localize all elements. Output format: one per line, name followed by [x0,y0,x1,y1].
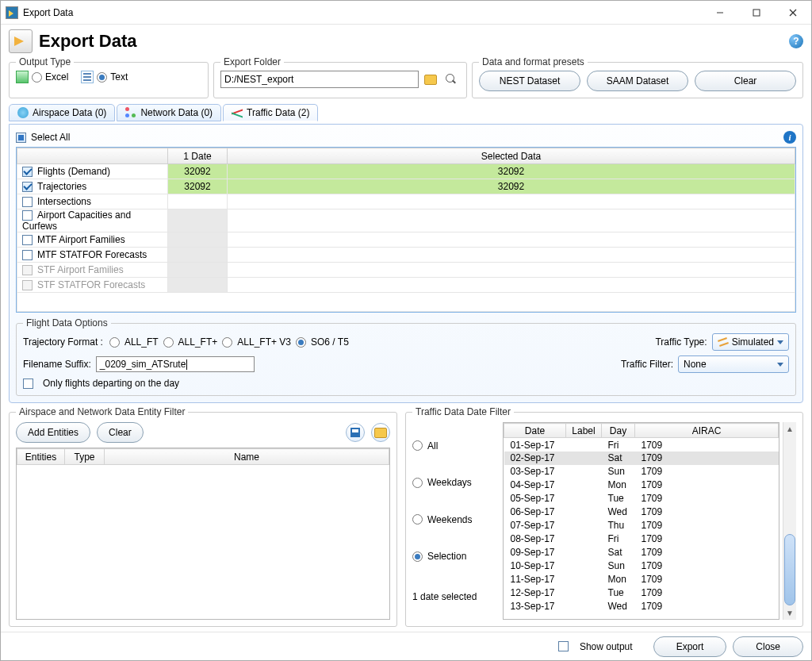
date-row[interactable]: 04-Sep-17Mon1709 [504,478,779,492]
date-row[interactable]: 10-Sep-17Sun1709 [504,559,779,573]
traffic-row[interactable]: Trajectories3209232092 [17,179,795,194]
close-button[interactable] [775,1,811,25]
clear-entities-button[interactable]: Clear [97,422,144,443]
titlebar[interactable]: Export Data [1,1,811,25]
show-output-label: Show output [580,641,633,652]
export-button[interactable]: Export [653,636,727,657]
traffic-filter-combo[interactable]: None [678,355,789,373]
add-entities-button[interactable]: Add Entities [16,422,90,443]
date-grid[interactable]: Date Label Day AIRAC 01-Sep-17Fri170902-… [503,422,779,620]
col-1date[interactable]: 1 Date [168,148,228,164]
date-row[interactable]: 11-Sep-17Mon1709 [504,573,779,586]
date-scrollbar[interactable]: ▲ ▼ [783,422,796,620]
explore-folder-button[interactable] [442,71,460,88]
traffic-row[interactable]: Airport Capacities and Curfews [17,209,795,233]
tab-airspace-data[interactable]: Airspace Data (0) [9,104,115,121]
date-row[interactable]: 01-Sep-17Fri1709 [504,438,779,452]
traffic-row-checkbox [22,280,33,290]
traffic-row-label: MTF Airport Families [37,234,125,245]
presets-legend: Data and format presets [479,56,588,67]
close-dialog-button[interactable]: Close [733,636,803,657]
traffic-row-checkbox[interactable] [22,235,33,245]
saam-dataset-button[interactable]: SAAM Dataset [587,71,688,91]
browse-folder-button[interactable] [422,71,439,88]
col-entities[interactable]: Entities [17,449,65,465]
filename-suffix-label: Filename Suffix: [23,359,91,370]
date-row[interactable]: 09-Sep-17Sat1709 [504,546,779,559]
datefilter-weekends-radio[interactable] [412,514,423,525]
traffic-type-combo[interactable]: Simulated [712,333,789,351]
date-row[interactable]: 06-Sep-17Wed1709 [504,505,779,519]
col-selected-data[interactable]: Selected Data [228,148,795,164]
output-type-text-radio[interactable] [97,72,107,83]
date-row[interactable]: 07-Sep-17Thu1709 [504,519,779,532]
folder-icon [424,75,437,85]
filename-suffix-input[interactable]: _0209_sim_ATSrute [96,356,255,372]
svg-rect-1 [753,10,760,16]
maximize-button[interactable] [738,1,775,25]
scroll-thumb[interactable] [784,534,795,605]
traffic-row-checkbox[interactable] [22,182,33,192]
tab-network-data[interactable]: Network Data (0) [117,104,221,121]
traffic-row[interactable]: STF Airport Families [17,263,795,278]
entity-filter-legend: Airspace and Network Data Entity Filter [16,406,188,417]
datefilter-selection-radio[interactable] [412,551,423,562]
format-so6-radio[interactable] [296,337,306,348]
nest-dataset-button[interactable]: NEST Dataset [479,71,580,91]
simulated-icon [718,336,729,348]
save-entities-button[interactable] [346,423,365,442]
traffic-type-label: Traffic Type: [655,336,707,348]
date-filter-legend: Traffic Data Date Filter [412,406,514,417]
load-entities-button[interactable] [371,423,390,442]
export-folder-legend: Export Folder [220,56,284,67]
traffic-row-label: MTF STATFOR Forecasts [37,249,147,260]
datefilter-all-radio[interactable] [412,440,423,451]
traffic-row[interactable]: Intersections [17,194,795,209]
datefilter-weekdays-radio[interactable] [412,478,423,488]
date-row[interactable]: 13-Sep-17Wed1709 [504,600,779,613]
traffic-row-label: STF Airport Families [37,264,124,275]
tab-traffic-data[interactable]: Traffic Data (2) [223,104,318,121]
date-row[interactable]: 02-Sep-17Sat1709 [504,452,779,465]
traffic-row-checkbox[interactable] [22,210,33,221]
help-button[interactable]: ? [789,34,803,48]
select-all-label: Select All [31,132,70,143]
col-date[interactable]: Date [504,424,566,438]
date-row[interactable]: 08-Sep-17Fri1709 [504,532,779,546]
only-departing-checkbox[interactable] [23,379,33,389]
traffic-row[interactable]: Flights (Demand)3209232092 [17,164,795,179]
traffic-row-checkbox[interactable] [22,250,33,260]
scroll-down-button[interactable]: ▼ [783,606,796,620]
date-row[interactable]: 12-Sep-17Tue1709 [504,586,779,600]
traffic-row[interactable]: MTF Airport Families [17,233,795,248]
traffic-filter-label: Traffic Filter: [621,359,673,370]
traffic-row-label: STF STATFOR Forecasts [37,279,145,290]
date-row[interactable]: 05-Sep-17Tue1709 [504,492,779,505]
col-day[interactable]: Day [602,424,635,438]
show-output-checkbox[interactable] [558,641,569,651]
clear-presets-button[interactable]: Clear [695,71,796,91]
date-row[interactable]: 03-Sep-17Sun1709 [504,465,779,478]
format-allft-radio[interactable] [109,337,120,348]
traffic-row[interactable]: MTF STATFOR Forecasts [17,248,795,263]
traffic-row[interactable]: STF STATFOR Forecasts [17,278,795,293]
traffic-row-checkbox[interactable] [22,167,33,177]
traffic-row-checkbox[interactable] [22,197,33,207]
col-name[interactable]: Name [105,449,389,465]
col-type[interactable]: Type [65,449,105,465]
output-type-excel-radio[interactable] [32,72,42,83]
export-folder-input[interactable]: D:/NEST_export [220,71,419,88]
minimize-button[interactable] [702,1,738,25]
flight-data-options-legend: Flight Data Options [23,317,111,329]
format-allftplus-radio[interactable] [163,337,174,348]
col-airac[interactable]: AIRAC [635,424,779,438]
page-title: Export Data [39,31,136,52]
select-all-checkbox[interactable] [16,133,26,143]
traffic-row-label: Flights (Demand) [37,166,110,177]
scroll-up-button[interactable]: ▲ [783,422,796,436]
date-filter-group: Traffic Data Date Filter All Weekdays We… [405,406,803,627]
col-label[interactable]: Label [566,424,602,438]
format-allftv3-radio[interactable] [222,337,232,348]
traffic-row-checkbox [22,265,33,275]
info-button[interactable]: i [783,131,796,144]
